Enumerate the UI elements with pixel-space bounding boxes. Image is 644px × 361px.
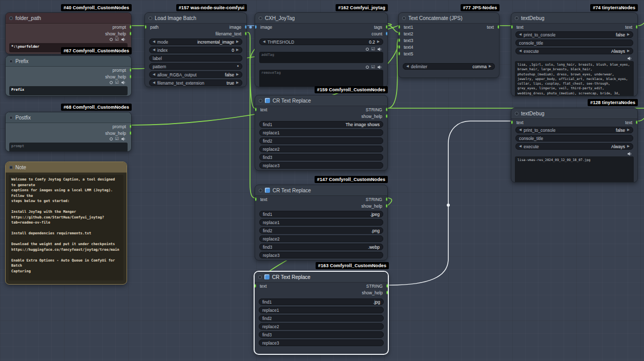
input-port-text[interactable]: [511, 121, 513, 124]
widget-find1[interactable]: find1The image shows: [259, 121, 383, 128]
pin-icon[interactable]: [366, 66, 369, 69]
checkbox-icon[interactable]: ☑: [115, 81, 119, 85]
combo-right-arrow-icon[interactable]: ▶: [236, 81, 239, 85]
widget-mode[interactable]: ◀ mode incremental_image ▶: [149, 38, 242, 45]
input-port-text4[interactable]: [398, 45, 400, 49]
input-port-text[interactable]: [255, 197, 257, 201]
note-text[interactable]: Welcome to Comfy Joytag Caption, a tool …: [9, 175, 123, 280]
node-header[interactable]: Text Concatenate (JPS): [399, 13, 499, 24]
collapse-dot-icon[interactable]: [9, 59, 13, 63]
widget-replace1[interactable]: replace1: [259, 219, 383, 226]
node-header[interactable]: folder_path: [6, 13, 131, 24]
widget-threshold[interactable]: ◀ THRESHOLD 0.2 ▶: [259, 38, 383, 45]
reroute-dot-white[interactable]: [447, 204, 450, 207]
output-port-show-help[interactable]: [386, 114, 388, 118]
widget-replace3[interactable]: replace3: [259, 339, 384, 346]
node-header[interactable]: CR Text Replace: [255, 272, 388, 283]
output-port-prompt[interactable]: [130, 68, 132, 72]
widget-find1[interactable]: find1.jpeg: [259, 211, 383, 217]
input-port-text[interactable]: [255, 108, 257, 111]
speaker-icon[interactable]: [378, 47, 382, 51]
node-header[interactable]: Prefix: [6, 56, 131, 67]
combo-right-arrow-icon[interactable]: ▶: [236, 48, 239, 52]
speaker-icon[interactable]: [121, 37, 126, 42]
collapse-dot-icon[interactable]: [402, 16, 406, 20]
output-port-text[interactable]: [636, 121, 638, 124]
collapse-dot-icon[interactable]: [515, 16, 518, 20]
node-textdebug-74[interactable]: textDebug text text ◀ print_to_console f…: [511, 12, 638, 96]
combo-left-arrow-icon[interactable]: ◀: [263, 40, 265, 44]
combo-right-arrow-icon[interactable]: ▶: [627, 145, 630, 148]
output-port-string[interactable]: [386, 108, 388, 111]
prefix-text-field[interactable]: Prefix: [9, 86, 128, 95]
node-cxh-joytag[interactable]: CXH_JoyTag image tags count ◀ THRESHOLD …: [255, 12, 388, 87]
combo-left-arrow-icon[interactable]: ◀: [153, 73, 155, 76]
pin-icon[interactable]: [110, 38, 113, 41]
widget-replace1[interactable]: replace1: [259, 307, 384, 313]
node-header[interactable]: CR Text Replace: [255, 95, 387, 106]
node-header[interactable]: textDebug: [511, 108, 637, 119]
collapse-dot-icon[interactable]: [9, 116, 13, 119]
input-port-text[interactable]: [511, 25, 513, 29]
input-port-image[interactable]: [255, 25, 257, 29]
output-port-prompt[interactable]: [130, 25, 132, 29]
combo-right-arrow-icon[interactable]: ▶: [627, 128, 630, 132]
widget-find2[interactable]: find2.png: [259, 227, 383, 234]
collapse-dot-icon[interactable]: [9, 166, 13, 169]
widget-print-to-console[interactable]: ◀ print_to_console false ▶: [515, 31, 633, 38]
widget-find2[interactable]: find2: [259, 137, 383, 144]
speaker-icon[interactable]: [378, 65, 382, 69]
addtag-textarea[interactable]: addTag: [259, 52, 383, 63]
combo-right-arrow-icon[interactable]: ▶: [489, 65, 491, 68]
removetag-textarea[interactable]: removeTag: [259, 70, 383, 87]
output-port-show-help[interactable]: [130, 75, 132, 78]
collapse-dot-icon[interactable]: [149, 16, 152, 20]
widget-find3[interactable]: find3: [259, 331, 384, 338]
widget-allow-rgba-output[interactable]: ◀ allow_RGBA_output false ▶: [149, 71, 242, 78]
checkbox-icon[interactable]: ☑: [115, 137, 119, 141]
speaker-icon[interactable]: [628, 56, 632, 61]
combo-right-arrow-icon[interactable]: ▶: [377, 40, 380, 44]
node-header[interactable]: Note: [6, 162, 127, 173]
output-port-string[interactable]: [386, 197, 388, 201]
widget-replace1[interactable]: replace1: [259, 129, 383, 136]
output-port-text[interactable]: [636, 25, 638, 29]
node-prefix[interactable]: Prefix prompt show_help ☑ Prefix: [5, 55, 132, 96]
widget-find2[interactable]: find2: [259, 315, 384, 322]
widget-replace3[interactable]: replace3: [259, 252, 383, 258]
widget-replace2[interactable]: replace2: [259, 235, 383, 242]
node-header[interactable]: Load Image Batch: [145, 13, 246, 24]
speaker-icon[interactable]: [121, 137, 126, 141]
output-port-filename-text[interactable]: [245, 32, 247, 35]
reroute-dot-image[interactable]: [249, 26, 252, 28]
widget-index[interactable]: ◀ index 0 ▶: [149, 47, 242, 53]
widget-execute[interactable]: ◀ execute Always ▶: [515, 48, 633, 54]
output-port-count[interactable]: [386, 32, 388, 35]
collapse-dot-icon[interactable]: [259, 99, 262, 103]
checkbox-icon[interactable]: ☑: [371, 65, 375, 69]
combo-left-arrow-icon[interactable]: ◀: [519, 128, 522, 132]
widget-replace2[interactable]: replace2: [259, 323, 384, 330]
collapse-dot-icon[interactable]: [515, 112, 518, 115]
widget-print-to-console[interactable]: ◀ print_to_console false ▶: [515, 127, 633, 133]
widget-delimiter[interactable]: ◀ delimiter comma ▶: [403, 63, 495, 70]
collapse-dot-icon[interactable]: [259, 189, 262, 192]
combo-right-arrow-icon[interactable]: ▶: [627, 49, 630, 53]
output-port-tags[interactable]: [386, 25, 388, 29]
widget-find3[interactable]: find3: [259, 154, 383, 161]
combo-left-arrow-icon[interactable]: ◀: [153, 48, 155, 52]
combo-left-arrow-icon[interactable]: ◀: [406, 65, 409, 68]
pin-icon[interactable]: [110, 81, 113, 84]
input-port-path[interactable]: [144, 25, 147, 29]
output-port-show-help[interactable]: [130, 32, 132, 35]
input-port-text[interactable]: [254, 284, 256, 288]
collapse-dot-icon[interactable]: [9, 16, 13, 20]
widget-find1[interactable]: find1.jpg: [259, 298, 384, 305]
node-text-concatenate[interactable]: Text Concatenate (JPS) text1 text text2 …: [398, 12, 500, 78]
output-port-show-help[interactable]: [386, 291, 389, 294]
output-port-text[interactable]: [497, 25, 500, 29]
widget-find3[interactable]: find3.webp: [259, 244, 383, 250]
collapse-dot-icon[interactable]: [258, 275, 262, 279]
node-header[interactable]: CXH_JoyTag: [255, 13, 387, 24]
widget-pattern[interactable]: pattern *: [149, 63, 242, 70]
